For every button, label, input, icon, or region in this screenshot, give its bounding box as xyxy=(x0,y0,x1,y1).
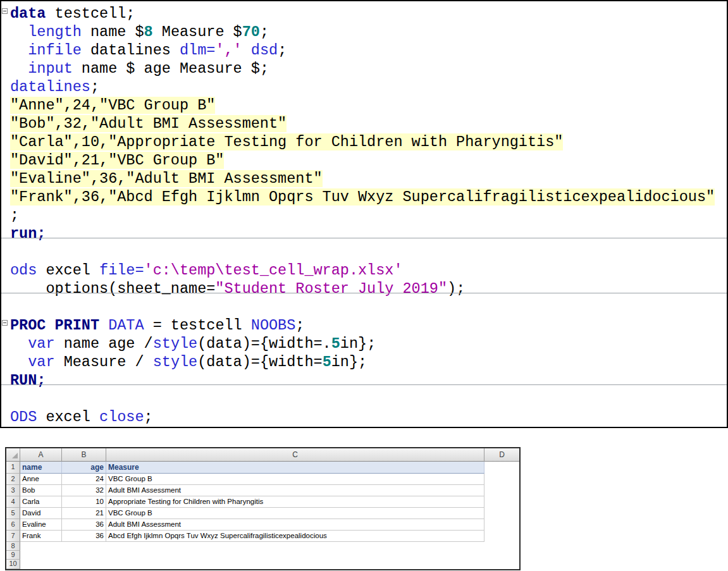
code-token: ; xyxy=(278,42,287,59)
data-cell[interactable]: Evaline xyxy=(20,519,62,531)
column-header-d[interactable]: D xyxy=(484,448,519,462)
code-line-text: RUN; xyxy=(10,372,46,389)
code-token: = testcell xyxy=(144,317,251,334)
sheet-row: 4Carla10Appropriate Testing for Children… xyxy=(6,496,519,508)
code-token: datalines xyxy=(82,42,180,59)
row-header-2[interactable]: 2 xyxy=(6,474,20,485)
header-cell-age[interactable]: age xyxy=(62,462,106,474)
code-token: DATA xyxy=(108,317,144,334)
cell-empty[interactable] xyxy=(484,560,519,569)
excel-sheet-preview: ABCD1nameageMeasure2Anne24VBC Group B3Bo… xyxy=(5,447,521,570)
datalines-highlight: "David",21,"VBC Group B" xyxy=(10,152,224,169)
code-line xyxy=(10,390,727,408)
column-header-a[interactable]: A xyxy=(20,448,62,462)
code-lines: data testcell; length name $8 Measure $7… xyxy=(1,1,727,426)
cell-empty[interactable] xyxy=(484,485,519,496)
code-token xyxy=(10,42,28,59)
row-header-3[interactable]: 3 xyxy=(6,485,20,496)
collapse-toggle-icon[interactable] xyxy=(2,8,8,14)
cell-empty[interactable] xyxy=(62,551,106,560)
sas-code-editor[interactable]: data testcell; length name $8 Measure $7… xyxy=(0,0,728,428)
code-token: ; xyxy=(10,207,19,224)
cell-empty[interactable] xyxy=(20,542,62,551)
code-line: "Evaline",36,"Adult BMI Assessment" xyxy=(10,169,727,188)
code-token: in}; xyxy=(340,335,376,352)
code-token xyxy=(10,353,28,371)
select-all-corner[interactable] xyxy=(6,448,20,462)
code-token: (data)={width= xyxy=(197,353,322,371)
sheet-row: 10 xyxy=(6,560,519,569)
cell-empty[interactable] xyxy=(106,542,484,551)
row-header-1[interactable]: 1 xyxy=(6,462,20,474)
cell-empty[interactable] xyxy=(484,551,519,560)
code-token xyxy=(242,42,251,59)
column-header-b[interactable]: B xyxy=(62,448,106,462)
row-header-8[interactable]: 8 xyxy=(6,542,20,551)
cell-empty[interactable] xyxy=(484,542,519,551)
cell-empty[interactable] xyxy=(484,508,519,519)
code-token: ods xyxy=(10,262,37,279)
data-cell[interactable]: 32 xyxy=(62,485,106,496)
row-header-7[interactable]: 7 xyxy=(6,531,20,542)
code-line: var name age /style(data)={width=.5in}; xyxy=(10,335,727,353)
header-cell-measure[interactable]: Measure xyxy=(106,462,484,474)
row-header-5[interactable]: 5 xyxy=(6,508,20,519)
cell-empty[interactable] xyxy=(106,551,484,560)
cell-empty[interactable] xyxy=(20,560,62,569)
code-token: datalines xyxy=(10,78,90,95)
code-line-text: ODS excel close; xyxy=(10,408,153,426)
code-token: dlm= xyxy=(180,42,215,59)
code-token: ; xyxy=(144,408,153,426)
code-line: length name $8 Measure $70; xyxy=(10,23,727,41)
cell-empty[interactable] xyxy=(106,560,484,569)
data-cell[interactable]: Anne xyxy=(20,474,62,485)
data-cell[interactable]: Frank xyxy=(20,531,62,542)
header-cell-name[interactable]: name xyxy=(20,462,62,474)
code-line-text: ; xyxy=(10,207,19,224)
cell-empty[interactable] xyxy=(484,531,519,542)
cell-empty[interactable] xyxy=(484,462,519,474)
code-token: in}; xyxy=(331,353,367,371)
data-cell[interactable]: Appropriate Testing for Children with Ph… xyxy=(106,496,484,508)
code-line: "Anne",24,"VBC Group B" xyxy=(10,96,727,114)
code-line: run; xyxy=(10,224,727,243)
data-cell[interactable]: VBC Group B xyxy=(106,508,484,519)
data-cell[interactable]: 21 xyxy=(62,508,106,519)
data-cell[interactable]: Bob xyxy=(20,485,62,496)
data-cell[interactable]: Abcd Efgh Ijklmn Opqrs Tuv Wxyz Supercal… xyxy=(106,531,484,542)
row-header-10[interactable]: 10 xyxy=(6,560,20,569)
code-token: ; xyxy=(295,317,304,334)
data-cell[interactable]: 36 xyxy=(62,531,106,542)
data-cell[interactable]: David xyxy=(20,508,62,519)
code-line-text: infile datalines dlm=',' dsd; xyxy=(10,42,287,59)
collapse-toggle-icon[interactable] xyxy=(2,320,8,326)
cell-empty[interactable] xyxy=(484,474,519,485)
code-line: "David",21,"VBC Group B" xyxy=(10,151,727,169)
code-line-text: var Measure / style(data)={width=5in}; xyxy=(10,353,367,371)
cell-empty[interactable] xyxy=(484,519,519,531)
cell-empty[interactable] xyxy=(20,551,62,560)
cell-empty[interactable] xyxy=(484,496,519,508)
cell-empty[interactable] xyxy=(62,542,106,551)
row-header-9[interactable]: 9 xyxy=(6,551,20,560)
code-token: 70 xyxy=(242,23,260,40)
data-cell[interactable]: 10 xyxy=(62,496,106,508)
code-line: "Frank",36,"Abcd Efgh Ijklmn Opqrs Tuv W… xyxy=(10,188,727,206)
code-line-text: ods excel file='c:\temp\test_cell_wrap.x… xyxy=(10,262,403,279)
code-token: run; xyxy=(10,225,46,242)
row-header-6[interactable]: 6 xyxy=(6,519,20,531)
data-cell[interactable]: 36 xyxy=(62,519,106,531)
row-header-4[interactable]: 4 xyxy=(6,496,20,508)
data-cell[interactable]: Adult BMI Assessment xyxy=(106,485,484,496)
column-header-c[interactable]: C xyxy=(106,448,484,462)
data-cell[interactable]: VBC Group B xyxy=(106,474,484,485)
code-line: datalines; xyxy=(10,78,727,96)
code-token: NOOBS xyxy=(251,317,296,334)
data-cell[interactable]: 24 xyxy=(62,474,106,485)
code-line xyxy=(10,243,727,261)
data-cell[interactable]: Carla xyxy=(20,496,62,508)
code-token: 8 xyxy=(144,23,153,40)
cell-empty[interactable] xyxy=(62,560,106,569)
code-token: (data)={width=. xyxy=(197,335,331,352)
data-cell[interactable]: Adult BMI Assessment xyxy=(106,519,484,531)
